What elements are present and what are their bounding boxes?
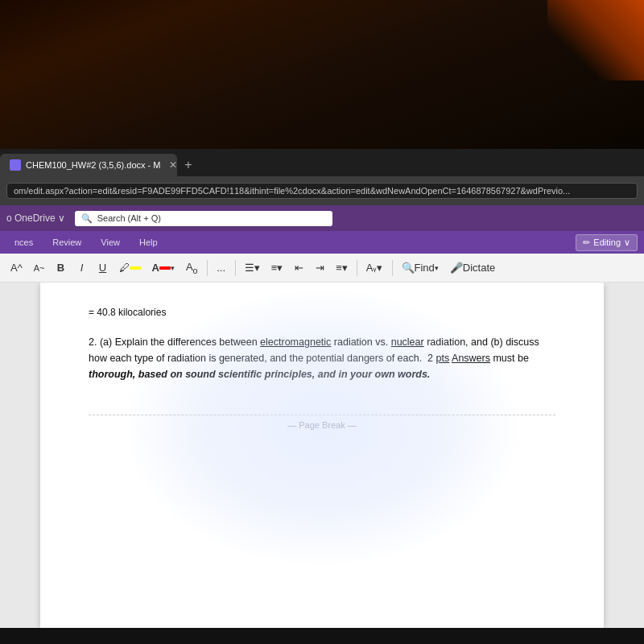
document-area: = 40.8 kilocalories 2. (a) Explain the d… [0,283,644,628]
font-color-swatch [159,266,171,270]
bullets-button[interactable]: ☰▾ [241,260,264,275]
underline-electromagnetic: electromagnetic [260,336,331,348]
word-icon [10,159,21,171]
pencil-icon: ✏ [583,237,590,248]
chevron-down-icon: ▾ [435,264,439,272]
tab-bar: CHEM100_HW#2 (3,5,6).docx - M ✕ + [0,149,644,176]
tab-label: CHEM100_HW#2 (3,5,6).docx - M [26,160,161,170]
chevron-down-icon: ▾ [171,264,175,272]
tab-help[interactable]: Help [131,234,166,250]
underline-button[interactable]: U [94,260,112,275]
laptop-bezel-top [0,0,644,149]
line-spacing-button[interactable]: ≡▾ [332,260,352,275]
separator [357,260,357,276]
separator [207,260,208,276]
tab-view[interactable]: View [93,234,128,250]
search-bar[interactable]: 🔍 Search (Alt + Q) [75,211,332,226]
font-color-button[interactable]: A ▾ [148,260,179,275]
formula-line: = 40.8 kilocalories [89,307,555,318]
underline-nuclear: nuclear [391,336,424,348]
ribbon-tabs: nces Review View Help ✏ Editing ∨ [0,231,644,254]
editing-button[interactable]: ✏ Editing ∨ [576,234,638,251]
styles-button[interactable]: Ao [182,259,202,277]
tab-review[interactable]: Review [44,234,89,250]
search-placeholder: Search (Alt + Q) [97,213,161,223]
active-tab[interactable]: CHEM100_HW#2 (3,5,6).docx - M ✕ [0,154,177,176]
underline-pts: pts [436,353,450,364]
styles-dropdown-button[interactable]: Aᵧ▾ [362,260,387,275]
decrease-indent-button[interactable]: ⇤ [290,260,308,275]
question-text: 2. (a) Explain the differences between e… [89,334,555,382]
chevron-down-icon: ∨ [624,237,630,248]
separator [235,260,236,276]
browser-chrome: CHEM100_HW#2 (3,5,6).docx - M ✕ + om/edi… [0,149,644,205]
dictate-button[interactable]: 🎤 Dictate [446,260,499,275]
increase-indent-button[interactable]: ⇥ [311,260,328,275]
underline-answers: Answers [452,353,490,364]
highlight-color-button[interactable]: 🖊 [115,260,145,275]
find-button[interactable]: 🔍 Find ▾ [398,260,443,275]
search-icon: 🔍 [81,213,93,224]
tab-close-button[interactable]: ✕ [169,159,177,171]
ribbon-container: o OneDrive ∨ 🔍 Search (Alt + Q) nces Rev… [0,205,644,283]
bold-button[interactable]: B [52,260,70,275]
italic-button[interactable]: I [73,260,91,275]
url-bar[interactable]: om/edit.aspx?action=edit&resid=F9ADE99FF… [6,183,638,199]
more-options-button[interactable]: ... [213,260,230,275]
font-size-decrease-button[interactable]: A~ [30,262,49,275]
formatting-bar: A^ A~ B I U 🖊 A ▾ A [0,254,644,283]
page-content[interactable]: = 40.8 kilocalories 2. (a) Explain the d… [40,283,604,628]
new-tab-button[interactable]: + [177,154,200,176]
font-size-increase-button[interactable]: A^ [6,260,27,275]
highlight-swatch [130,266,141,270]
numbering-button[interactable]: ≡▾ [267,260,287,275]
tab-references[interactable]: nces [6,234,41,250]
onedrive-label[interactable]: o OneDrive ∨ [6,213,65,224]
laptop-bezel-bottom [0,628,644,644]
page-break: — Page Break — [89,415,555,430]
separator [392,260,393,276]
address-bar-row: om/edit.aspx?action=edit&resid=F9ADE99FF… [0,176,644,205]
onedrive-toolbar: o OneDrive ∨ 🔍 Search (Alt + Q) [0,205,644,231]
bold-italic-text: thorough, based on sound scientific prin… [89,369,430,380]
